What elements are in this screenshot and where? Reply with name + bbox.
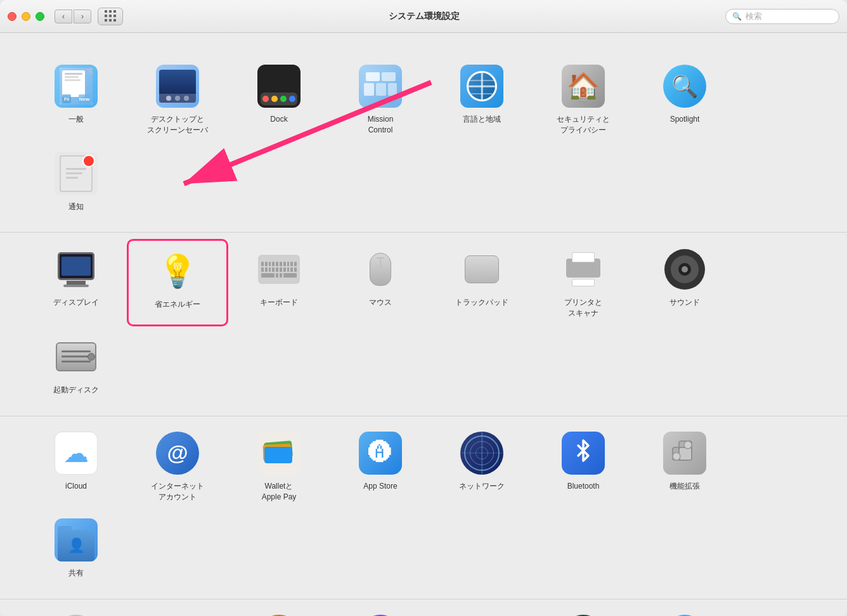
- pref-item-display[interactable]: ディスプレイ: [25, 239, 127, 326]
- extensions-icon: [662, 430, 708, 476]
- startup-icon: [53, 334, 99, 380]
- close-button[interactable]: [8, 12, 16, 21]
- siri-icon: [358, 613, 403, 616]
- section-hardware: ディスプレイ 💡 省エネルギー: [0, 233, 847, 416]
- sound-icon: [662, 247, 708, 292]
- wallet-label: WalletとApple Pay: [262, 481, 297, 503]
- svg-point-6: [673, 452, 680, 460]
- window-title: システム環境設定: [123, 11, 725, 22]
- pref-item-internet[interactable]: @ インターネットアカウント: [127, 423, 228, 510]
- pref-item-appstore[interactable]: 🅐 App Store: [330, 423, 431, 510]
- pref-item-language[interactable]: 言語と地域: [431, 56, 533, 143]
- forward-button[interactable]: ›: [74, 10, 91, 23]
- accessibility-icon: [662, 613, 708, 616]
- pref-item-trackpad[interactable]: トラックパッド: [431, 239, 533, 326]
- pref-item-datetime[interactable]: JUL 18 日付と時刻: [431, 606, 533, 616]
- datetime-icon: JUL 18: [459, 613, 505, 616]
- pref-item-accessibility[interactable]: アクセシビリティ: [634, 606, 735, 616]
- wallet-icon: [256, 430, 302, 476]
- pref-item-dock[interactable]: Dock: [228, 56, 330, 143]
- touchid-icon: [53, 613, 99, 616]
- notification-icon: [53, 151, 99, 196]
- titlebar: ‹ › システム環境設定 🔍 検索: [0, 0, 847, 33]
- extensions-label: 機能拡張: [669, 481, 700, 492]
- pref-item-parental[interactable]: 👨‍👧 ペアレンタルコントロール: [228, 606, 330, 616]
- trackpad-icon: [459, 247, 505, 292]
- show-all-button[interactable]: [98, 8, 123, 25]
- keyboard-icon: [256, 247, 302, 292]
- desktop-label: デスクトップとスクリーンセーバ: [147, 114, 208, 136]
- mouse-label: マウス: [369, 297, 392, 308]
- display-icon: [53, 247, 99, 292]
- pref-item-energy[interactable]: 💡 省エネルギー: [127, 239, 228, 326]
- sharing-label: 共有: [68, 568, 84, 579]
- language-icon: [459, 63, 505, 109]
- appstore-label: App Store: [363, 481, 397, 492]
- pref-item-siri[interactable]: Siri: [330, 606, 431, 616]
- pref-item-icloud[interactable]: ☁ iCloud: [25, 423, 127, 510]
- energy-label: 省エネルギー: [155, 299, 200, 310]
- display-label: ディスプレイ: [53, 297, 99, 308]
- general-label: 一般: [68, 114, 84, 125]
- timemachine-icon: [560, 613, 606, 616]
- network-label: ネットワーク: [459, 481, 505, 492]
- spotlight-label: Spotlight: [670, 114, 700, 125]
- trackpad-label: トラックパッド: [455, 297, 508, 308]
- pref-item-extensions[interactable]: 機能拡張: [634, 423, 735, 510]
- section-personal: New Fil 一般: [0, 46, 847, 233]
- pref-item-spotlight[interactable]: 🔍 Spotlight: [634, 56, 735, 143]
- pref-item-sharing[interactable]: 👤 共有: [25, 510, 127, 586]
- pref-item-sound[interactable]: サウンド: [634, 239, 735, 326]
- parental-icon: 👨‍👧: [256, 613, 302, 616]
- maximize-button[interactable]: [36, 12, 44, 21]
- sharing-icon: 👤: [53, 517, 99, 563]
- pref-item-startup[interactable]: 起動ディスク: [25, 326, 127, 403]
- search-placeholder: 検索: [746, 11, 762, 22]
- traffic-lights: [8, 12, 44, 21]
- pref-item-keyboard[interactable]: キーボード: [228, 239, 330, 326]
- svg-point-5: [684, 441, 692, 449]
- minimize-button[interactable]: [22, 12, 30, 21]
- nav-buttons: ‹ ›: [55, 10, 91, 23]
- pref-item-timemachine[interactable]: TimeMachine: [533, 606, 634, 616]
- search-box[interactable]: 🔍 検索: [725, 9, 839, 24]
- pref-item-bluetooth[interactable]: Bluetooth: [533, 423, 634, 510]
- appstore-icon: 🅐: [358, 430, 403, 476]
- dock-label: Dock: [270, 114, 287, 125]
- security-icon: 🏠: [560, 63, 606, 109]
- section-system: Touch ID: [0, 600, 847, 616]
- keyboard-label: キーボード: [260, 297, 298, 308]
- pref-item-network[interactable]: ネットワーク: [431, 423, 533, 510]
- internet-icon: @: [155, 430, 200, 476]
- sound-label: サウンド: [669, 297, 700, 308]
- system-preferences-window: ‹ › システム環境設定 🔍 検索: [0, 0, 847, 616]
- back-button[interactable]: ‹: [55, 10, 72, 23]
- pref-item-security[interactable]: 🏠 セキュリティとプライバシー: [533, 56, 634, 143]
- pref-item-desktop[interactable]: デスクトップとスクリーンセーバ: [127, 56, 228, 143]
- printer-label: プリンタとスキャナ: [564, 297, 602, 319]
- desktop-icon: [155, 63, 200, 109]
- pref-item-touchid[interactable]: Touch ID: [25, 606, 127, 616]
- bluetooth-icon: [560, 430, 606, 476]
- pref-item-users[interactable]: ユーザとグループ: [127, 606, 228, 616]
- pref-item-mouse[interactable]: マウス: [330, 239, 431, 326]
- users-icon: [155, 613, 200, 616]
- security-label: セキュリティとプライバシー: [557, 114, 610, 136]
- grid-icon: [105, 10, 117, 22]
- svg-rect-4: [679, 447, 692, 460]
- pref-item-general[interactable]: New Fil 一般: [25, 56, 127, 143]
- pref-item-wallet[interactable]: WalletとApple Pay: [228, 423, 330, 510]
- pref-item-printer[interactable]: プリンタとスキャナ: [533, 239, 634, 326]
- notification-label: 通知: [68, 202, 84, 212]
- search-icon: 🔍: [732, 12, 742, 21]
- startup-label: 起動ディスク: [53, 385, 99, 395]
- dock-icon: [256, 63, 302, 109]
- mission-icon: [358, 63, 403, 109]
- section-internet: ☁ iCloud @ インターネットアカウント: [0, 416, 847, 600]
- icloud-label: iCloud: [65, 481, 87, 492]
- pref-item-mission[interactable]: MissionControl: [330, 56, 431, 143]
- internet-label: インターネットアカウント: [151, 481, 204, 503]
- spotlight-icon: 🔍: [662, 63, 708, 109]
- general-icon: New Fil: [53, 63, 99, 109]
- pref-item-notification[interactable]: 通知: [25, 143, 127, 220]
